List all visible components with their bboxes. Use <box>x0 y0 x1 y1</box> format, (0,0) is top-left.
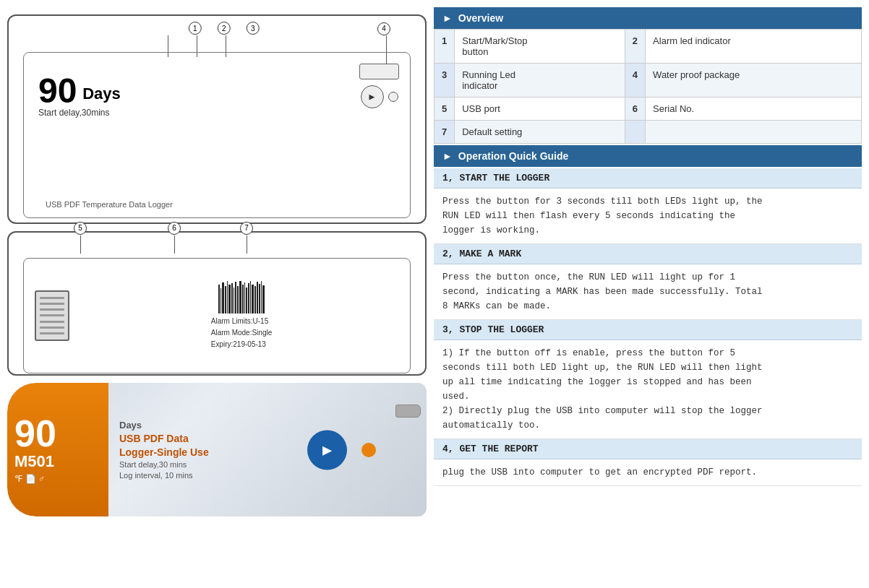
led-circle <box>388 92 398 102</box>
photo-big-num: 90 <box>14 415 101 452</box>
right-panel: ► Overview 1 Start/Mark/Stopbutton 2 Ala… <box>434 7 862 581</box>
arrow-icon-2: ► <box>442 150 453 162</box>
photo-model: M501 <box>14 452 101 471</box>
ann-3: 3 <box>247 22 260 35</box>
bc-bar <box>262 285 265 314</box>
device-diagram-top: 1 2 3 4 90 Days Start delay,30mins <box>7 14 427 224</box>
step-3-title: 3, STOP THE LOGGER <box>442 324 544 335</box>
label-cell: USB port <box>455 98 625 121</box>
num-cell: 3 <box>434 64 455 98</box>
step-1-title: 1, START THE LOGGER <box>442 173 549 183</box>
arrow-icon: ► <box>442 12 453 24</box>
device-display: 90 Days Start delay,30mins <box>38 71 395 118</box>
step-3-body: 1) If the button off is enable, press th… <box>434 340 862 439</box>
usb-line-5 <box>40 321 64 323</box>
ann-7: 7 <box>240 222 253 235</box>
ann-6: 6 <box>168 222 181 235</box>
ann-5-wrapper: 5 <box>74 221 87 235</box>
ann-6-wrapper: 6 <box>168 221 181 235</box>
photo-orange-dot <box>361 443 376 457</box>
table-row: 7 Default setting <box>434 121 862 144</box>
usb-icon: ♂ <box>39 474 44 485</box>
usb-line-4 <box>40 314 64 316</box>
usb-line-7 <box>40 332 64 334</box>
ann-2: 2 <box>218 22 231 35</box>
step-4-title: 4, GET THE REPORT <box>442 444 539 454</box>
device-inner-top: 90 Days Start delay,30mins ▶ USB PDF Tem… <box>23 52 411 218</box>
line-5 <box>80 235 81 254</box>
label-cell: Running Ledindicator <box>455 64 625 98</box>
temp-icon: ℉ <box>14 474 22 485</box>
usb-line-6 <box>40 327 64 329</box>
line-7 <box>247 235 247 254</box>
bc-bar <box>222 282 224 314</box>
bc-bar <box>218 285 220 314</box>
device-diagram-bottom: 5 6 7 <box>7 231 427 376</box>
photo-play-button: ▶ <box>307 430 347 470</box>
step-1-body: Press the button for 3 seconds till both… <box>434 189 862 244</box>
photo-orange-section: 90 M501 ℉ 📄 ♂ <box>7 383 108 516</box>
overview-table: 1 Start/Mark/Stopbutton 2 Alarm led indi… <box>434 29 862 144</box>
ann-1: 1 <box>189 22 202 35</box>
ann-4: 4 <box>377 22 390 35</box>
table-row: 3 Running Ledindicator 4 Water proof pac… <box>434 64 862 98</box>
bc-bar <box>252 285 254 314</box>
step-3-text: 1) If the button off is enable, press th… <box>442 348 763 431</box>
label-cell: Default setting <box>455 121 625 144</box>
bc-bar <box>250 281 251 314</box>
usb-line-2 <box>40 303 64 305</box>
num-cell: 1 <box>434 30 455 64</box>
guide-section: 1, START THE LOGGER Press the button for… <box>434 168 862 486</box>
file-icon: 📄 <box>25 474 36 485</box>
bc-bar <box>248 283 249 314</box>
bc-bar <box>257 282 258 314</box>
bc-bar <box>235 282 236 314</box>
ann-7-wrapper: 7 <box>240 221 253 235</box>
num-cell: 7 <box>434 121 455 144</box>
barcode-visual <box>218 281 265 314</box>
num-cell: 5 <box>434 98 455 121</box>
num-cell: 6 <box>625 98 645 121</box>
ann-5: 5 <box>74 222 87 235</box>
start-mark-stop-btn <box>359 64 399 79</box>
step-2-title: 2, MAKE A MARK <box>442 248 521 259</box>
bc-bar <box>237 286 239 314</box>
guide-title: Operation Quick Guide <box>458 150 568 162</box>
play-button: ▶ <box>361 85 384 108</box>
ann-4-wrapper: 4 <box>377 22 390 35</box>
usb-port-visual <box>35 290 69 341</box>
usb-line-3 <box>40 308 64 311</box>
photo-icons: ℉ 📄 ♂ <box>14 474 101 485</box>
device-days: Days <box>82 85 121 103</box>
overview-header: ► Overview <box>434 7 862 29</box>
step-2-text: Press the button once, the RUN LED will … <box>442 272 763 311</box>
bc-bar <box>221 288 221 314</box>
bc-bar <box>239 281 241 314</box>
barcode-text: Alarm Limits:U-15 Alarm Mode:Single Expi… <box>211 316 272 350</box>
water-proof-cell: Water proof package <box>646 64 862 98</box>
bc-bar <box>234 287 234 314</box>
alarm-mode-text: Alarm Mode:Single <box>211 327 272 339</box>
photo-days-label: Days <box>119 420 416 431</box>
bc-bar <box>242 285 244 314</box>
barcode-area: Alarm Limits:U-15 Alarm Mode:Single Expi… <box>84 281 399 350</box>
device-label-bottom: USB PDF Temperature Data Logger <box>46 200 173 209</box>
expiry-text: Expiry:219-05-13 <box>211 339 272 350</box>
annotation-row-top: 1 2 3 <box>189 22 260 35</box>
bc-bar <box>244 282 245 314</box>
bc-bar <box>228 285 231 314</box>
device-subtitle: Start delay,30mins <box>38 108 395 118</box>
bc-bar <box>225 286 226 314</box>
bc-bar <box>254 286 256 314</box>
step-1-header: 1, START THE LOGGER <box>434 168 862 189</box>
bc-bar <box>246 287 247 314</box>
photo-usb-connector <box>395 405 421 418</box>
step-4-text: plug the USB into computer to get an enc… <box>442 467 757 477</box>
bc-bar <box>227 281 228 314</box>
step-4-header: 4, GET THE REPORT <box>434 439 862 459</box>
photo-start-delay: Start delay,30 mins <box>119 460 416 469</box>
usb-line-1 <box>40 297 64 299</box>
btn-led-area: ▶ <box>359 64 399 108</box>
device-photo: 90 M501 ℉ 📄 ♂ Days USB PDF Data Logger-S… <box>7 383 427 516</box>
photo-middle-section: Days USB PDF Data Logger-Single Use Star… <box>108 412 427 487</box>
